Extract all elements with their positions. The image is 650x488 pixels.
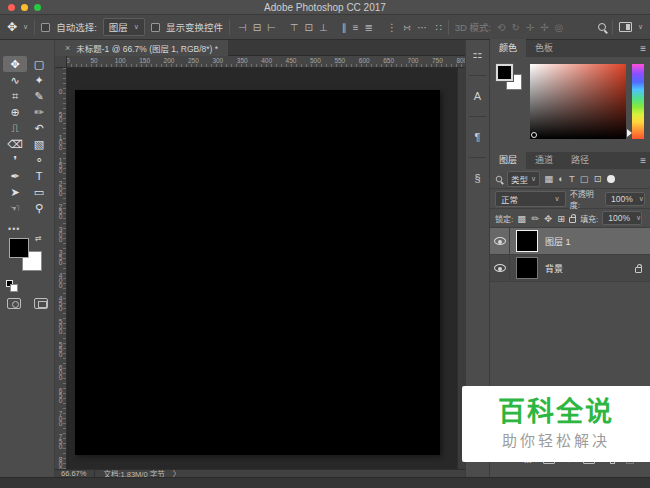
filter-adjustment-layers-icon[interactable]: ◐ <box>558 173 564 184</box>
eye-icon[interactable] <box>494 237 506 245</box>
move-tool[interactable]: ✥ <box>3 56 27 72</box>
horizontal-ruler[interactable]: 0501001502002503003504004505005506006507… <box>55 56 465 68</box>
layer-search-icon[interactable] <box>496 175 502 181</box>
clone-stamp-tool[interactable]: ⎍ <box>3 120 27 136</box>
brush-tool[interactable]: ✏ <box>27 104 51 120</box>
healing-brush-tool[interactable]: ⊕ <box>3 104 27 120</box>
align-icon[interactable]: ∺ <box>403 22 411 33</box>
paragraph-panel-icon[interactable]: ¶ <box>475 131 481 143</box>
foreground-color-swatch[interactable] <box>9 238 29 258</box>
layer-visibility-cell[interactable] <box>490 228 510 254</box>
hue-slider[interactable] <box>632 64 644 139</box>
opacity-dropdown[interactable]: 100% ∨ <box>605 192 645 206</box>
edit-toolbar-button[interactable]: ••• <box>8 224 20 234</box>
crop-tool[interactable]: ⌗ <box>3 88 27 104</box>
history-brush-tool[interactable]: ↶ <box>27 120 51 136</box>
layer-row[interactable]: 图层 1 <box>490 228 650 255</box>
hand-tool[interactable]: ☜ <box>3 200 27 216</box>
pen-tool[interactable]: ✒ <box>3 168 27 184</box>
auto-select-checkbox[interactable] <box>41 23 50 32</box>
align-icon[interactable]: ⊤ <box>290 22 299 33</box>
color-tab-颜色[interactable]: 颜色 <box>490 39 526 57</box>
dodge-tool[interactable]: ⚬ <box>27 152 51 168</box>
document-canvas[interactable] <box>75 90 440 455</box>
zoom-window-button[interactable] <box>34 4 41 11</box>
close-tab-icon[interactable]: × <box>65 43 70 53</box>
marquee-tool[interactable]: ▢ <box>27 56 51 72</box>
vertical-ruler[interactable]: 0501001502002503003504004505005506006507… <box>55 68 67 469</box>
align-icon[interactable]: ⊣ <box>238 22 247 33</box>
layers-panel-menu-icon[interactable]: ≡ <box>640 155 645 166</box>
swap-colors-icon[interactable]: ⇄ <box>35 234 42 243</box>
libraries-panel-icon[interactable]: ⚏ <box>473 48 483 61</box>
lock-all-icon[interactable] <box>569 217 576 223</box>
eraser-tool[interactable]: ⌫ <box>3 136 27 152</box>
align-icon[interactable]: ⊢ <box>267 22 276 33</box>
eye-icon[interactable] <box>494 264 506 272</box>
quick-mask-button[interactable] <box>7 298 21 309</box>
type-tool[interactable]: T <box>27 168 51 184</box>
align-icon[interactable]: ⊡ <box>305 22 313 33</box>
filter-smart-objects-icon[interactable]: ⊡ <box>594 173 602 184</box>
color-picker-marker[interactable] <box>531 132 537 138</box>
glyphs-panel-icon[interactable]: § <box>474 172 480 184</box>
lock-pixels-icon[interactable]: ✏ <box>531 213 539 224</box>
workspace-chevron-icon[interactable]: ∨ <box>638 23 643 31</box>
filter-type-dropdown[interactable]: 类型 ∨ <box>507 171 540 187</box>
divider <box>34 20 35 35</box>
ruler-label: 600 <box>359 57 370 64</box>
align-icon[interactable]: ⋮ <box>387 22 397 33</box>
lock-artboard-icon[interactable]: ⊞ <box>557 213 565 224</box>
gradient-tool[interactable]: ▧ <box>27 136 51 152</box>
lock-transparency-icon[interactable]: ▩ <box>517 213 526 224</box>
auto-select-dropdown[interactable]: 图层 ∨ <box>103 18 145 36</box>
divider <box>469 116 486 117</box>
screen-mode-button[interactable] <box>34 298 48 309</box>
align-icon-group-2: ∥≡≣ <box>342 22 373 33</box>
panel-foreground-swatch[interactable] <box>496 64 513 81</box>
blend-mode-dropdown[interactable]: 正常 ∨ <box>495 191 566 207</box>
layers-tab-通道[interactable]: 通道 <box>526 151 562 169</box>
path-selection-tool[interactable]: ➤ <box>3 184 27 200</box>
lasso-tool[interactable]: ∿ <box>3 72 27 88</box>
layer-thumbnail[interactable] <box>516 230 538 252</box>
filter-shape-layers-icon[interactable]: ▢ <box>580 173 589 184</box>
close-window-button[interactable] <box>8 4 15 11</box>
layer-thumbnail[interactable] <box>516 257 538 279</box>
layers-tab-路径[interactable]: 路径 <box>562 151 598 169</box>
character-panel-icon[interactable]: A <box>474 90 481 102</box>
layer-row[interactable]: 背景 <box>490 255 650 282</box>
distribute-spacing-icon[interactable]: ∷ <box>435 22 441 33</box>
search-icon[interactable] <box>598 23 606 31</box>
align-icon[interactable]: ≡ <box>353 22 359 33</box>
layers-tab-图层[interactable]: 图层 <box>490 151 526 169</box>
threed-mode-icon: ↻ <box>511 22 519 33</box>
default-colors-icon[interactable] <box>6 280 13 287</box>
opacity-value: 100% <box>611 194 633 204</box>
layer-visibility-cell[interactable] <box>490 255 510 281</box>
workspace-switcher-icon[interactable] <box>619 22 632 32</box>
zoom-tool[interactable]: ⚲ <box>27 200 51 216</box>
align-icon[interactable]: ⊟ <box>253 22 261 33</box>
lock-position-icon[interactable]: ✥ <box>544 213 552 224</box>
filter-pixel-layers-icon[interactable]: ▦ <box>544 173 553 184</box>
eyedropper-tool[interactable]: ✎ <box>27 88 51 104</box>
align-icon[interactable]: ⋯ <box>417 22 427 33</box>
blur-tool[interactable]: ❜ <box>3 152 27 168</box>
align-icon[interactable]: ≣ <box>364 22 372 33</box>
fill-dropdown[interactable]: 100% ∨ <box>602 211 642 225</box>
minimize-window-button[interactable] <box>21 4 28 11</box>
filter-toggle-icon[interactable] <box>607 175 615 183</box>
saturation-brightness-field[interactable] <box>530 64 626 139</box>
document-tab[interactable]: × 未标题-1 @ 66.7% (图层 1, RGB/8*) * <box>55 40 228 56</box>
color-panel-menu-icon[interactable]: ≡ <box>640 43 645 54</box>
shape-tool[interactable]: ▭ <box>27 184 51 200</box>
hue-marker[interactable] <box>627 129 632 137</box>
tool-preset-chevron-icon[interactable]: ∨ <box>23 23 28 31</box>
filter-type-layers-icon[interactable]: T <box>569 173 575 184</box>
quick-selection-tool[interactable]: ✦ <box>27 72 51 88</box>
show-transform-checkbox[interactable] <box>151 23 160 32</box>
color-tab-色板[interactable]: 色板 <box>526 39 562 57</box>
align-icon[interactable]: ⊥ <box>319 22 328 33</box>
align-icon[interactable]: ∥ <box>342 22 347 33</box>
